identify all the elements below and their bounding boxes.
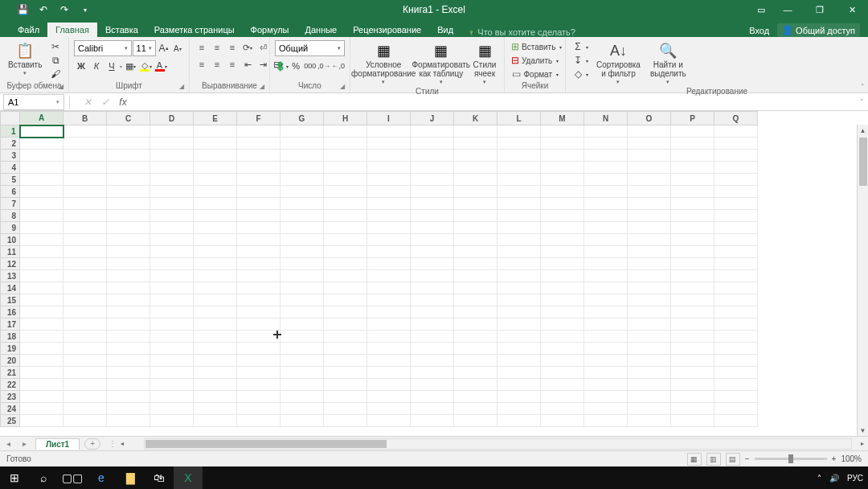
vertical-scrollbar[interactable]: ▲ ▼ [857, 125, 868, 436]
decrease-font-icon[interactable]: A▾ [171, 41, 184, 55]
cell[interactable] [324, 331, 367, 343]
cell[interactable] [237, 391, 280, 403]
cell[interactable] [367, 222, 411, 234]
cell[interactable] [584, 234, 628, 246]
cell[interactable] [63, 258, 107, 270]
column-header[interactable]: C [107, 112, 150, 125]
row-header[interactable]: 22 [1, 379, 20, 391]
cell[interactable] [367, 270, 411, 282]
cell[interactable] [411, 186, 454, 198]
cell[interactable] [411, 138, 454, 150]
cell[interactable] [411, 174, 454, 186]
cell-styles-button[interactable]: ▦Стили ячеек▾ [470, 40, 499, 87]
cell[interactable] [280, 162, 324, 174]
cell[interactable] [497, 294, 541, 306]
cell[interactable] [324, 210, 367, 222]
cell[interactable] [541, 415, 584, 427]
cell[interactable] [63, 174, 107, 186]
column-header[interactable]: B [63, 112, 107, 125]
cell[interactable] [411, 210, 454, 222]
cell[interactable] [714, 403, 758, 415]
store-icon[interactable]: 🛍 [145, 466, 174, 489]
column-header[interactable]: P [671, 112, 714, 125]
cell[interactable] [107, 379, 150, 391]
zoom-level[interactable]: 100% [841, 454, 862, 463]
cell[interactable] [107, 186, 150, 198]
cell[interactable] [671, 318, 714, 331]
cell[interactable] [20, 210, 63, 222]
cell[interactable] [367, 234, 411, 246]
cell[interactable] [237, 367, 280, 379]
enter-formula-icon[interactable]: ✓ [99, 96, 112, 109]
cell[interactable] [194, 391, 237, 403]
cell[interactable] [150, 367, 194, 379]
cell[interactable] [324, 138, 367, 150]
cell[interactable] [280, 318, 324, 331]
cell[interactable] [194, 318, 237, 331]
row-header[interactable]: 1 [1, 125, 20, 138]
cell[interactable] [628, 270, 671, 282]
increase-indent-icon[interactable]: ⇥ [256, 57, 270, 72]
cell[interactable] [671, 186, 714, 198]
cell[interactable] [20, 258, 63, 270]
cell[interactable] [714, 415, 758, 427]
cell[interactable] [411, 318, 454, 331]
hscroll-right-icon[interactable]: ▸ [857, 440, 868, 447]
cell[interactable] [150, 150, 194, 162]
cell[interactable] [150, 234, 194, 246]
dialog-launcher-icon[interactable]: ◢ [57, 83, 65, 91]
cell[interactable] [63, 234, 107, 246]
cell[interactable] [628, 234, 671, 246]
cell[interactable] [671, 258, 714, 270]
cell[interactable] [541, 246, 584, 258]
cell[interactable] [237, 343, 280, 355]
cell[interactable] [324, 306, 367, 318]
cell[interactable] [497, 234, 541, 246]
cell[interactable] [237, 294, 280, 306]
cell[interactable] [628, 282, 671, 294]
cell[interactable] [454, 186, 497, 198]
cell[interactable] [150, 270, 194, 282]
delete-cells-button[interactable]: ⊟Удалить▾ [510, 54, 560, 67]
cell[interactable] [20, 379, 63, 391]
cell[interactable] [150, 138, 194, 150]
column-header[interactable]: E [194, 112, 237, 125]
cell[interactable] [324, 282, 367, 294]
cell[interactable] [20, 125, 63, 138]
cell[interactable] [324, 367, 367, 379]
cell[interactable] [367, 367, 411, 379]
column-header[interactable]: M [541, 112, 584, 125]
italic-button[interactable]: К [89, 59, 104, 73]
insert-cells-button[interactable]: ⊞Вставить▾ [510, 40, 560, 53]
cell[interactable] [237, 403, 280, 415]
column-header[interactable]: O [628, 112, 671, 125]
cell[interactable] [628, 138, 671, 150]
cell[interactable] [107, 343, 150, 355]
cell[interactable] [411, 379, 454, 391]
cancel-formula-icon[interactable]: ✕ [81, 96, 94, 109]
cell[interactable] [628, 306, 671, 318]
cell[interactable] [628, 318, 671, 331]
cell[interactable] [628, 174, 671, 186]
align-right-icon[interactable]: ≡ [225, 57, 240, 72]
font-color-button[interactable]: A▾ [154, 59, 168, 73]
row-header[interactable]: 2 [1, 138, 20, 150]
increase-decimal-icon[interactable]: ,0→ [317, 59, 331, 73]
align-center-icon[interactable]: ≡ [210, 57, 224, 72]
row-header[interactable]: 20 [1, 355, 20, 367]
cell[interactable] [411, 270, 454, 282]
hscroll-left-icon[interactable]: ◂ [117, 440, 128, 447]
cell[interactable] [324, 246, 367, 258]
cell[interactable] [584, 198, 628, 210]
cell[interactable] [671, 391, 714, 403]
cell[interactable] [107, 270, 150, 282]
cell[interactable] [454, 318, 497, 331]
cell[interactable] [541, 379, 584, 391]
cell[interactable] [150, 125, 194, 138]
cell[interactable] [541, 222, 584, 234]
cell[interactable] [714, 270, 758, 282]
cell[interactable] [411, 162, 454, 174]
cell[interactable] [497, 210, 541, 222]
new-sheet-button[interactable]: + [84, 438, 100, 450]
cell[interactable] [194, 162, 237, 174]
